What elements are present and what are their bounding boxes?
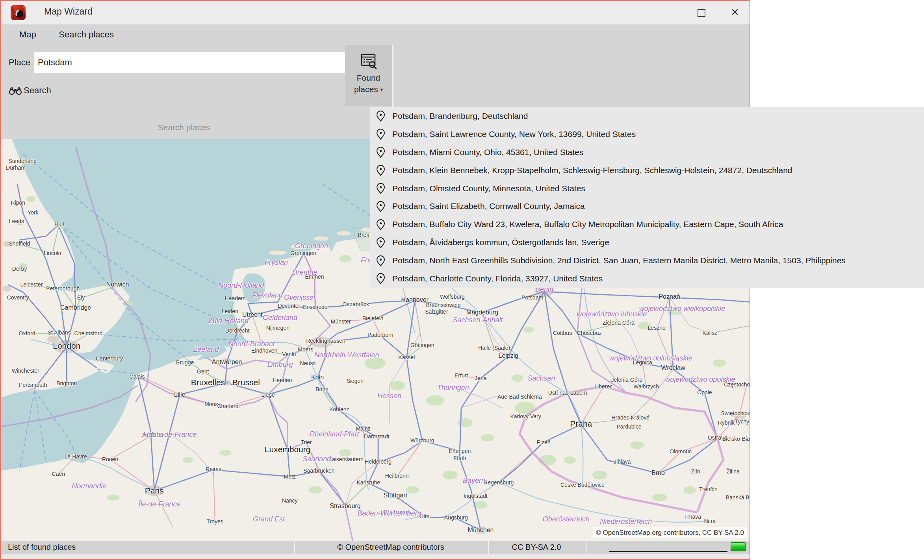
map-pin-icon bbox=[376, 110, 386, 122]
map-pin-icon bbox=[376, 201, 386, 212]
found-place-text: Potsdam, Saint Elizabeth, Cornwall Count… bbox=[392, 201, 585, 211]
map-city-label: Durham bbox=[6, 164, 26, 171]
status-separator bbox=[586, 541, 587, 554]
map-city-label: Karlsruhe bbox=[356, 479, 380, 486]
map-city-label: Leszno bbox=[648, 325, 666, 331]
map-city-label: Würzburg bbox=[410, 437, 434, 444]
found-place-item[interactable]: Potsdam, Åtvidabergs kommun, Östergötlan… bbox=[370, 233, 924, 251]
map-city-label: Recklinghausen bbox=[306, 338, 345, 344]
progress-indicator bbox=[731, 542, 746, 551]
found-place-text: Potsdam, Buffalo City Ward 23, Kwelera, … bbox=[392, 220, 783, 229]
map-city-label: Gent bbox=[197, 368, 209, 375]
map-city-label: München bbox=[468, 527, 494, 534]
found-place-item[interactable]: Potsdam, Saint Lawrence County, New York… bbox=[370, 125, 924, 143]
map-city-label: Erfurt bbox=[455, 372, 468, 379]
found-place-item[interactable]: Potsdam, North East Greenhills Subdivisi… bbox=[370, 251, 924, 270]
map-city-label: Norwich bbox=[106, 281, 129, 288]
map-city-label: Strasbourg bbox=[330, 503, 360, 510]
map-city-label: Le Havre bbox=[65, 453, 87, 460]
map-region-label: województwo opolskie bbox=[665, 375, 735, 383]
map-city-label: Winchester bbox=[12, 368, 39, 374]
window-resize-strip bbox=[1, 554, 750, 559]
place-label: Place bbox=[9, 57, 30, 68]
close-button[interactable]: ✕ bbox=[729, 6, 741, 18]
map-city-label: Halle (Saale) bbox=[478, 345, 510, 351]
map-city-label: Leipzig bbox=[499, 352, 519, 359]
map-city-label: Wałbrzych bbox=[633, 383, 659, 390]
map-city-label: Osnabrück bbox=[342, 301, 369, 307]
found-place-item[interactable]: Potsdam, Klein Bennebek, Kropp-Stapelhol… bbox=[370, 161, 924, 179]
map-city-label: Heidelberg bbox=[365, 458, 391, 465]
map-city-label: Wrocław bbox=[661, 364, 685, 371]
map-region-label: Overijssel bbox=[284, 293, 315, 301]
ribbon-tab[interactable]: Search places bbox=[59, 24, 113, 45]
map-region-label: Sachsen-Anhalt bbox=[453, 316, 503, 324]
map-city-label: Liberec bbox=[594, 383, 612, 390]
map-city-label: Coventry bbox=[7, 294, 29, 301]
map-city-label: Lincoln bbox=[44, 250, 61, 256]
status-message: List of found places bbox=[8, 543, 76, 552]
map-city-label: Brugge bbox=[176, 359, 194, 366]
found-place-item[interactable]: Potsdam, Miami County, Ohio, 45361, Unit… bbox=[370, 143, 924, 161]
map-city-label: Portsmouth bbox=[19, 382, 47, 388]
ribbon-tab[interactable]: Map bbox=[19, 24, 36, 45]
found-place-item[interactable]: Potsdam, Saint Elizabeth, Cornwall Count… bbox=[370, 197, 924, 215]
maximize-button[interactable] bbox=[696, 8, 707, 18]
ribbon-group-label: Search places bbox=[1, 123, 367, 132]
map-pin-icon bbox=[376, 273, 386, 284]
found-place-item[interactable]: Potsdam, Olmsted County, Minnesota, Unit… bbox=[370, 179, 924, 198]
status-separator bbox=[488, 541, 489, 554]
progress-bar bbox=[608, 541, 747, 554]
map-city-label: Bielsko-Biała bbox=[722, 436, 750, 442]
map-city-label: Kaiserslautern bbox=[328, 456, 364, 462]
map-city-label: Potsdam bbox=[521, 294, 543, 301]
map-city-label: Regensburg bbox=[484, 479, 514, 486]
map-city-label: Sheffield bbox=[9, 240, 30, 247]
map-city-label: Magdeburg bbox=[466, 309, 498, 316]
map-pin-icon bbox=[376, 128, 386, 140]
map-city-label: Köln bbox=[311, 374, 324, 381]
map-city-label: Kalisz bbox=[703, 330, 717, 336]
map-pin-icon bbox=[376, 237, 386, 248]
map-city-label: Leiden bbox=[222, 308, 238, 314]
map-city-label: Hannover bbox=[401, 296, 429, 303]
map-city-label: Antwerpen bbox=[212, 359, 242, 366]
found-place-text: Potsdam, Charlotte County, Florida, 3392… bbox=[392, 274, 603, 283]
map-pin-icon bbox=[376, 219, 386, 230]
map-city-label: Ripon bbox=[11, 200, 25, 206]
found-place-text: Potsdam, North East Greenhills Subdivisi… bbox=[392, 256, 846, 265]
map-region-label: Niederösterreich bbox=[600, 517, 652, 526]
map-city-label: Žilina bbox=[726, 468, 739, 475]
map-city-label: Bonn bbox=[315, 386, 328, 392]
map-city-label: Pardubice bbox=[616, 423, 641, 430]
map-region-label: Bayern bbox=[463, 477, 485, 485]
desktop: Map Wizard ✕ Map Search places Place bbox=[0, 0, 924, 560]
map-region-label: Limburg bbox=[267, 360, 293, 369]
title-bar[interactable]: Map Wizard ✕ bbox=[1, 1, 750, 24]
map-city-label: Ingolstadt bbox=[464, 493, 488, 499]
map-region-label: Fryslân bbox=[265, 259, 288, 267]
map-city-label: Poznań bbox=[659, 293, 680, 300]
map-city-label: Nijmegen bbox=[266, 325, 289, 331]
map-city-label: Oxford bbox=[19, 330, 35, 336]
found-place-text: Potsdam, Brandenburg, Deutschland bbox=[392, 111, 528, 121]
map-city-label: Venlo bbox=[282, 351, 296, 357]
found-places-button[interactable]: Found places ▾ bbox=[345, 45, 392, 106]
map-city-label: Salzgitter bbox=[425, 309, 448, 315]
map-pin-icon bbox=[376, 146, 386, 158]
found-place-item[interactable]: Potsdam, Buffalo City Ward 23, Kwelera, … bbox=[370, 215, 924, 233]
map-city-label: Trier bbox=[301, 439, 312, 445]
found-place-item[interactable]: Potsdam, Charlotte County, Florida, 3392… bbox=[370, 270, 924, 288]
map-city-label: Canterbury bbox=[96, 355, 123, 362]
app-icon bbox=[11, 5, 26, 20]
map-city-label: Sunderland bbox=[8, 158, 37, 164]
search-button[interactable]: Search bbox=[9, 83, 51, 98]
map-region-label: województwo wielkopolskie bbox=[639, 305, 725, 313]
map-city-label: Heerlen bbox=[273, 377, 292, 383]
place-input[interactable] bbox=[34, 52, 366, 73]
map-city-label: Erlangen bbox=[449, 448, 471, 454]
status-attribution: © OpenStreetMap contributors bbox=[337, 543, 444, 552]
map-region-label: Rheinland-Pfalz bbox=[310, 430, 360, 438]
found-place-item[interactable]: Potsdam, Brandenburg, Deutschland bbox=[370, 107, 924, 125]
map-city-label: Neuss bbox=[300, 360, 316, 366]
